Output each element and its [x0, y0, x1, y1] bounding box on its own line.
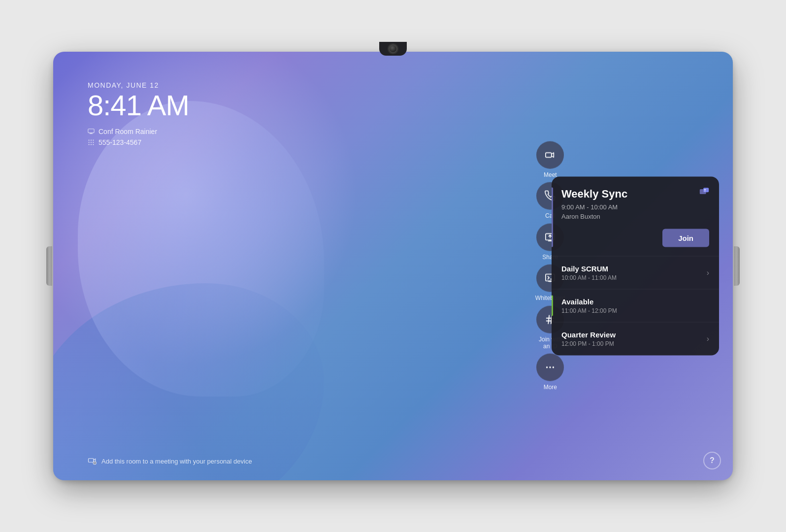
- available-time: 11:00 AM - 12:00 PM: [561, 307, 617, 314]
- quarter-review-title: Quarter Review: [561, 331, 616, 339]
- meet-icon-circle: [536, 141, 564, 169]
- monitor-icon: [88, 128, 95, 135]
- phone-number-text: 555-123-4567: [98, 138, 141, 146]
- time-display: 8:41 AM: [88, 91, 189, 120]
- quarter-review-info: Quarter Review 12:00 PM - 1:00 PM: [561, 331, 616, 347]
- quarter-review-item[interactable]: Quarter Review 12:00 PM - 1:00 PM ›: [552, 323, 719, 356]
- svg-point-4: [89, 142, 90, 143]
- svg-point-9: [93, 144, 94, 145]
- more-button[interactable]: More: [536, 354, 564, 391]
- meeting-panel: T Weekly Sync 9:00 AM - 10:00 AM Aaron B…: [552, 177, 719, 356]
- svg-point-6: [93, 142, 94, 143]
- room-name-row: Conf Room Rainier: [88, 128, 189, 135]
- handle-left: [46, 246, 52, 286]
- svg-point-3: [93, 140, 94, 141]
- featured-meeting-title: Weekly Sync: [561, 188, 709, 200]
- quarter-review-chevron: ›: [707, 334, 709, 343]
- featured-meeting-time: 9:00 AM - 10:00 AM: [561, 203, 709, 211]
- video-camera-icon: [545, 150, 556, 161]
- available-title: Available: [561, 298, 617, 306]
- svg-point-8: [91, 144, 92, 145]
- bottom-hint: Add this room to a meeting with your per…: [88, 457, 252, 466]
- svg-rect-23: [89, 459, 94, 463]
- screen-bezel: MONDAY, JUNE 12 8:41 AM Conf Room Rainie…: [53, 52, 733, 480]
- daily-scrum-info: Daily SCRUM 10:00 AM - 11:00 AM: [561, 265, 617, 281]
- svg-point-1: [89, 140, 90, 141]
- quarter-review-time: 12:00 PM - 1:00 PM: [561, 340, 616, 347]
- featured-accent-bar: [552, 188, 553, 247]
- svg-text:T: T: [704, 189, 706, 192]
- svg-point-18: [550, 366, 551, 368]
- available-accent-bar: [552, 296, 553, 316]
- microsoft-teams-icon: T: [699, 186, 710, 197]
- join-button[interactable]: Join: [662, 229, 709, 247]
- teams-icon: T: [698, 186, 710, 198]
- ellipsis-icon: [545, 362, 556, 373]
- more-label: More: [544, 384, 557, 391]
- datetime-section: MONDAY, JUNE 12 8:41 AM Conf Room Rainie…: [88, 81, 189, 146]
- daily-scrum-title: Daily SCRUM: [561, 265, 617, 273]
- daily-scrum-item[interactable]: Daily SCRUM 10:00 AM - 11:00 AM ›: [552, 257, 719, 290]
- meet-button[interactable]: Meet: [536, 141, 564, 178]
- room-name-text: Conf Room Rainier: [98, 128, 157, 135]
- more-icon-circle: [536, 354, 564, 381]
- featured-meeting-card: T Weekly Sync 9:00 AM - 10:00 AM Aaron B…: [552, 177, 719, 257]
- svg-point-7: [89, 144, 90, 145]
- dialpad-icon: [88, 139, 95, 146]
- date-label: MONDAY, JUNE 12: [88, 81, 189, 89]
- camera-lens: [389, 44, 397, 53]
- svg-rect-0: [88, 129, 94, 133]
- daily-scrum-chevron: ›: [707, 268, 709, 277]
- svg-point-19: [553, 366, 554, 368]
- add-room-icon: [88, 457, 97, 466]
- help-icon: ?: [710, 456, 715, 465]
- camera-bump: [379, 42, 407, 56]
- svg-point-17: [546, 366, 548, 368]
- svg-line-15: [549, 315, 550, 324]
- handle-right: [734, 246, 740, 286]
- available-info: Available 11:00 AM - 12:00 PM: [561, 298, 617, 314]
- device: MONDAY, JUNE 12 8:41 AM Conf Room Rainie…: [53, 52, 733, 480]
- room-info: Conf Room Rainier: [88, 128, 189, 146]
- help-button[interactable]: ?: [703, 452, 721, 469]
- featured-meeting-organizer: Aaron Buxton: [561, 213, 709, 220]
- svg-point-5: [91, 142, 92, 143]
- daily-scrum-time: 10:00 AM - 11:00 AM: [561, 274, 617, 281]
- svg-rect-10: [546, 153, 552, 157]
- svg-point-2: [91, 140, 92, 141]
- available-item[interactable]: Available 11:00 AM - 12:00 PM: [552, 290, 719, 323]
- screen: MONDAY, JUNE 12 8:41 AM Conf Room Rainie…: [53, 52, 733, 480]
- bottom-hint-text: Add this room to a meeting with your per…: [101, 458, 252, 465]
- phone-row: 555-123-4567: [88, 138, 189, 146]
